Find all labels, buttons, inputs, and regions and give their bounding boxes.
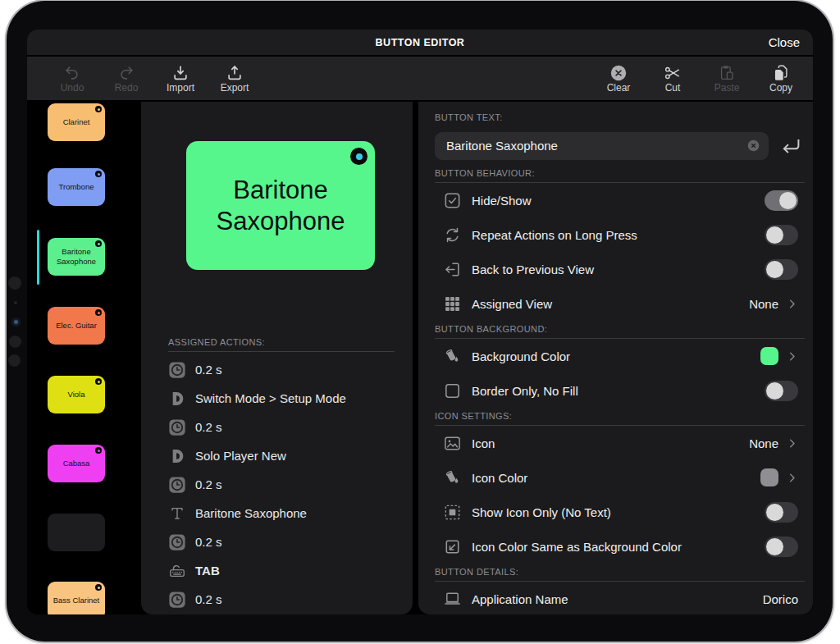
action-label: Solo Player New [195, 449, 286, 463]
action-item-0-2-s[interactable]: 0.2 s [168, 528, 396, 556]
action-item-tab[interactable]: TAB [168, 556, 396, 585]
bezel-speaker-dot [8, 276, 21, 290]
sidebar-button-label: Bass Clarinet [53, 596, 100, 605]
toolbar-export-button[interactable]: Export [208, 64, 262, 94]
toolbar-undo-button: Undo [45, 64, 99, 94]
toolbar-cut-button[interactable]: Cut [646, 64, 700, 94]
row-assigned-view[interactable]: Assigned ViewNone [418, 286, 813, 321]
clock-icon [168, 476, 186, 494]
toggle-hide-show[interactable] [765, 190, 798, 211]
row-value: None [749, 436, 778, 450]
row-show-icon-only-no-text: Show Icon Only (No Text) [418, 495, 813, 529]
chevron-right-icon [786, 437, 798, 450]
button-indicator-dot [95, 240, 102, 247]
toggle-knob [766, 538, 783, 555]
row-background-color[interactable]: Background Color [418, 339, 813, 373]
toggle-repeat-actions-on-long-press[interactable] [765, 225, 798, 245]
button-text-input[interactable] [446, 139, 746, 153]
sidebar-button-label: Clarinet [63, 117, 90, 127]
assigned-actions-header: ASSIGNED ACTIONS: [168, 337, 265, 347]
repeat-icon [443, 226, 462, 244]
toolbar-left-group: UndoRedoImportExport [45, 64, 262, 94]
action-item-solo-player-new[interactable]: Solo Player New [168, 441, 396, 470]
toolbar-import-button[interactable]: Import [153, 64, 208, 94]
row-icon[interactable]: IconNone [418, 426, 813, 460]
toggle-border-only-no-fill[interactable] [765, 381, 798, 401]
row-label: Application Name [472, 592, 763, 606]
paint-bucket-icon [443, 347, 462, 366]
toolbar-label: Copy [769, 83, 792, 94]
image-icon [443, 434, 462, 453]
button-indicator-dot [350, 148, 368, 165]
sidebar-button-viola[interactable]: Viola [48, 376, 105, 413]
divider [168, 351, 395, 352]
action-label: 0.2 s [195, 477, 222, 491]
row-icon-color[interactable]: Icon Color [418, 460, 813, 495]
bezel-sensor-dot [9, 336, 21, 348]
sidebar-button-label: Trombone [59, 182, 94, 192]
action-label: Switch Mode > Setup Mode [195, 391, 346, 405]
color-swatch[interactable] [760, 468, 778, 486]
action-item-0-2-s[interactable]: 0.2 s [168, 470, 396, 499]
sidebar-button-trombone[interactable]: Trombone [48, 168, 105, 206]
sidebar-button-blank[interactable] [48, 514, 105, 551]
button-text-row [418, 126, 813, 165]
undo-icon [63, 64, 81, 82]
button-indicator-dot [95, 106, 102, 112]
action-item-0-2-s[interactable]: 0.2 s [168, 355, 396, 384]
action-item-0-2-s[interactable]: 0.2 s [168, 413, 396, 441]
action-item-baritone-saxophone[interactable]: Baritone Saxophone [168, 499, 396, 528]
button-preview-label: Baritone Saxophone [199, 175, 362, 237]
chevron-right-icon [786, 350, 798, 363]
clear-text-icon[interactable] [746, 139, 760, 153]
button-text-input-wrap [435, 132, 769, 160]
clock-icon [168, 418, 186, 436]
color-swatch[interactable] [760, 347, 778, 365]
row-back-to-previous-view: Back to Previous View [418, 252, 813, 286]
action-item-0-2-s[interactable]: 0.2 s [168, 585, 396, 614]
toolbar-label: Undo [61, 83, 84, 94]
row-icon-color-same-as-background-color: Icon Color Same as Background Color [418, 529, 813, 564]
redo-icon [117, 64, 135, 82]
sidebar-button-baritone-saxophone[interactable]: Baritone Saxophone [48, 238, 105, 276]
assigned-actions-list: 0.2 sSwitch Mode > Setup Mode0.2 sSolo P… [168, 355, 396, 614]
sidebar-button-label: Elec. Guitar [56, 321, 97, 331]
toggle-back-to-previous-view[interactable] [765, 259, 798, 280]
return-key-icon[interactable] [778, 134, 803, 158]
action-item-switch-mode-setup-mode[interactable]: Switch Mode > Setup Mode [168, 384, 396, 413]
toolbar-label: Cut [665, 83, 681, 94]
toolbar-clear-button[interactable]: Clear [591, 64, 646, 94]
sidebar-button-elec-guitar[interactable]: Elec. Guitar [48, 307, 105, 345]
button-text-header: BUTTON TEXT: [418, 109, 813, 126]
row-label: Icon Color [472, 471, 760, 485]
button-indicator-dot [95, 378, 102, 385]
row-application-name[interactable]: Application NameDorico [418, 582, 813, 614]
toolbar-copy-button[interactable]: Copy [754, 64, 808, 94]
cut-icon [664, 64, 682, 82]
toggle-show-icon-only-no-text[interactable] [765, 502, 798, 523]
sidebar-button-clarinet[interactable]: Clarinet [48, 103, 105, 141]
row-label: Assigned View [472, 297, 749, 311]
checkbox-checked-icon [443, 191, 462, 210]
row-label: Hide/Show [472, 194, 765, 208]
toolbar: UndoRedoImportExport ClearCutPasteCopy [27, 57, 813, 100]
clock-icon [168, 361, 186, 379]
toolbar-redo-button: Redo [99, 64, 153, 94]
row-hide-show: Hide/Show [418, 183, 813, 217]
close-button[interactable]: Close [769, 30, 800, 55]
clear-icon [609, 64, 628, 82]
button-indicator-dot [95, 309, 102, 316]
row-label: Border Only, No Fill [472, 384, 765, 398]
page-title: BUTTON EDITOR [376, 37, 465, 48]
content-area: ClarinetTromboneBaritone SaxophoneElec. … [27, 102, 813, 614]
sidebar-button-bass-clarinet[interactable]: Bass Clarinet [48, 582, 105, 614]
inspector-sections: BUTTON BEHAVIOUR:Hide/ShowRepeat Actions… [418, 165, 813, 614]
row-border-only-no-fill: Border Only, No Fill [418, 373, 813, 408]
row-label: Icon [472, 436, 749, 450]
sidebar-button-cabasa[interactable]: Cabasa [48, 445, 105, 482]
sidebar-button-label: Baritone Saxophone [49, 247, 103, 267]
toggle-knob [766, 226, 783, 244]
laptop-icon [443, 590, 462, 609]
section-header-button-behaviour: BUTTON BEHAVIOUR: [418, 165, 813, 182]
toggle-icon-color-same-as-background-color[interactable] [765, 537, 798, 557]
